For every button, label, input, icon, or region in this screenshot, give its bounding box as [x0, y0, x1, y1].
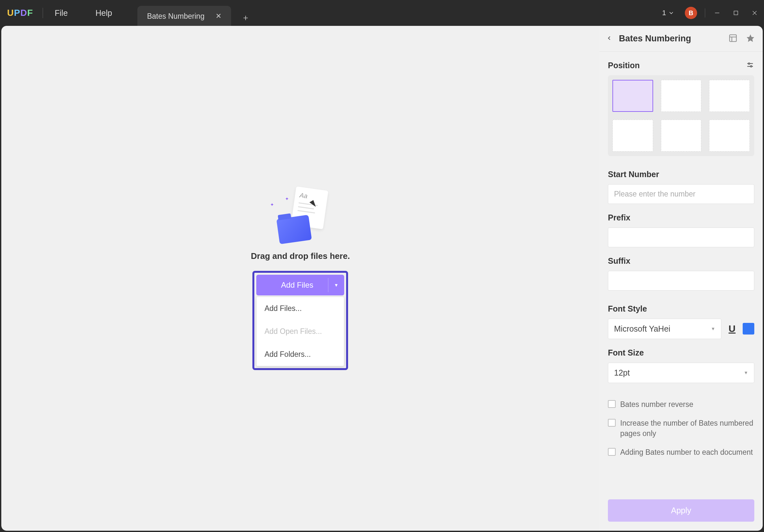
- position-top-left[interactable]: [612, 80, 653, 112]
- add-files-button[interactable]: Add Files ▼: [256, 275, 344, 295]
- tab-title: Bates Numbering: [147, 12, 205, 21]
- font-size-select[interactable]: 12pt ▼: [608, 363, 754, 383]
- checkbox-each-doc[interactable]: [608, 448, 616, 456]
- font-size-label: Font Size: [608, 348, 754, 357]
- dropdown-add-files[interactable]: Add Files...: [257, 297, 344, 320]
- underline-button[interactable]: U: [727, 322, 737, 335]
- svg-rect-1: [734, 11, 738, 15]
- position-grid: [608, 75, 754, 156]
- apply-button[interactable]: Apply: [608, 499, 754, 522]
- tab-bates-numbering[interactable]: Bates Numbering ✕: [137, 6, 231, 26]
- window-count-dropdown[interactable]: 1: [657, 9, 680, 17]
- drop-area[interactable]: ✦ ✦ Drag and drop files here. Add Files …: [251, 187, 350, 370]
- caret-down-icon: ▼: [334, 282, 339, 288]
- prefix-input[interactable]: [608, 228, 754, 247]
- suffix-input[interactable]: [608, 271, 754, 290]
- drop-text: Drag and drop files here.: [251, 251, 350, 261]
- back-button[interactable]: [604, 33, 614, 44]
- layout-icon: [728, 34, 737, 43]
- font-family-value: Microsoft YaHei: [614, 324, 670, 334]
- main-panel: ✦ ✦ Drag and drop files here. Add Files …: [1, 26, 600, 531]
- panel-layout-button[interactable]: [727, 32, 739, 45]
- dropdown-add-open-files: Add Open Files...: [257, 320, 344, 343]
- drop-illustration: ✦ ✦: [266, 187, 334, 245]
- titlebar: UPDF File Help Bates Numbering ✕ ＋ 1 B: [0, 0, 764, 26]
- add-files-dropdown-toggle[interactable]: ▼: [328, 275, 344, 295]
- position-label: Position: [608, 61, 640, 70]
- checkbox-reverse-label: Bates number reverse: [620, 399, 693, 410]
- window-divider: [705, 8, 705, 17]
- caret-down-icon: ▼: [711, 326, 715, 331]
- position-bottom-left[interactable]: [612, 119, 653, 152]
- star-icon: [746, 34, 755, 43]
- font-style-label: Font Style: [608, 304, 754, 313]
- sparkle-icon: ✦: [285, 196, 289, 201]
- checkbox-each-doc-label: Adding Bates number to each document: [620, 447, 753, 457]
- close-button[interactable]: [745, 5, 764, 21]
- tab-area: Bates Numbering ✕ ＋: [137, 0, 254, 26]
- position-bottom-center[interactable]: [661, 119, 702, 152]
- font-color-swatch[interactable]: [743, 323, 754, 334]
- minimize-button[interactable]: [708, 5, 726, 21]
- sliders-icon: [746, 61, 754, 69]
- position-top-center[interactable]: [661, 80, 702, 112]
- minimize-icon: [714, 10, 720, 16]
- panel-title: Bates Numbering: [619, 34, 723, 44]
- position-settings-button[interactable]: [746, 61, 754, 70]
- user-avatar[interactable]: B: [685, 7, 697, 19]
- svg-point-10: [748, 63, 750, 64]
- menu-help[interactable]: Help: [90, 6, 118, 20]
- add-files-label: Add Files: [281, 280, 320, 289]
- add-files-highlighted-group: Add Files ▼ Add Files... Add Open Files.…: [253, 271, 348, 370]
- maximize-icon: [733, 10, 739, 16]
- start-number-label: Start Number: [608, 170, 754, 179]
- panel-favorite-button[interactable]: [745, 32, 756, 45]
- suffix-label: Suffix: [608, 256, 754, 266]
- font-family-select[interactable]: Microsoft YaHei ▼: [608, 319, 721, 339]
- checkbox-reverse[interactable]: [608, 400, 616, 408]
- chevron-down-icon: [668, 10, 674, 16]
- settings-panel: Bates Numbering Position: [600, 26, 763, 531]
- start-number-input[interactable]: [608, 184, 754, 204]
- window-controls: 1 B: [657, 0, 764, 26]
- menu-file[interactable]: File: [49, 6, 73, 20]
- panel-footer: Apply: [600, 492, 763, 531]
- panel-header: Bates Numbering: [600, 26, 763, 52]
- checkbox-increase[interactable]: [608, 419, 616, 427]
- content-area: ✦ ✦ Drag and drop files here. Add Files …: [1, 26, 763, 531]
- position-bottom-right[interactable]: [709, 119, 750, 152]
- menu-bar: File Help: [49, 6, 118, 20]
- checkbox-increase-label: Increase the number of Bates numbered pa…: [620, 418, 754, 439]
- add-files-dropdown-menu: Add Files... Add Open Files... Add Folde…: [256, 297, 344, 366]
- panel-body[interactable]: Position Start Number: [600, 52, 763, 492]
- tab-close-button[interactable]: ✕: [216, 12, 221, 20]
- chevron-left-icon: [606, 35, 612, 41]
- dropdown-add-folders[interactable]: Add Folders...: [257, 343, 344, 366]
- font-size-value: 12pt: [614, 368, 630, 378]
- position-top-right[interactable]: [709, 80, 750, 112]
- sparkle-icon: ✦: [270, 202, 274, 207]
- caret-down-icon: ▼: [744, 370, 748, 375]
- folder-icon: [277, 215, 312, 244]
- maximize-button[interactable]: [726, 5, 745, 21]
- window-count-value: 1: [662, 9, 666, 17]
- tab-add-button[interactable]: ＋: [238, 9, 254, 26]
- app-logo: UPDF: [3, 8, 37, 18]
- prefix-label: Prefix: [608, 213, 754, 222]
- svg-point-11: [750, 66, 752, 67]
- close-icon: [751, 10, 758, 16]
- svg-marker-7: [747, 34, 754, 42]
- titlebar-divider: [43, 8, 43, 18]
- svg-rect-4: [730, 35, 736, 42]
